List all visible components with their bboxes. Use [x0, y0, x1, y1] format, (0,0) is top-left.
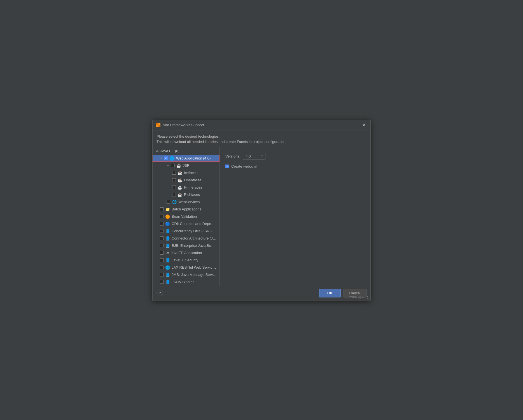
webservices-label: WebServices [178, 200, 200, 204]
checkbox-openfaces[interactable] [172, 178, 176, 182]
title-bar: Add Frameworks Support ✕ [153, 120, 370, 130]
jax-icon: 🌐 [165, 265, 170, 270]
web-application-label: Web Application (4.0) [176, 156, 211, 160]
javaee-security-label: JavaEE Security [172, 258, 198, 262]
checkbox-web-application[interactable]: ✓ [164, 156, 168, 160]
openfaces-icon: ☕ [178, 178, 182, 182]
checkbox-batch-applications[interactable] [160, 207, 164, 211]
tree-item-ejb[interactable]: 📘 EJB: Enterprise Java Bean… [153, 242, 220, 249]
cdi-label: CDI: Contexts and Depen… [172, 222, 217, 226]
tree-item-richfaces[interactable]: ☕ Richfaces [153, 191, 220, 198]
checkbox-cdi[interactable] [160, 222, 164, 226]
json-label: JSON Binding [172, 280, 195, 284]
group-icon: 🗂 [155, 149, 159, 153]
web-application-icon: 🌐 [170, 156, 174, 161]
svg-rect-0 [157, 123, 158, 125]
jsf-label: JSF [183, 163, 189, 168]
group-label: Java EE (8) [160, 149, 179, 153]
tree-item-cdi[interactable]: 🔵 CDI: Contexts and Depen… [153, 220, 220, 227]
checkbox-json-binding[interactable] [160, 280, 164, 284]
tree-item-batch-applications[interactable]: 📁 Batch Applications [153, 206, 220, 213]
checkbox-javaee-security[interactable] [160, 258, 164, 262]
richfaces-icon: ☕ [178, 193, 182, 197]
connector-icon: 📘 [165, 236, 170, 241]
checkbox-webservices[interactable] [167, 200, 170, 204]
checkbox-connector-architecture[interactable] [160, 236, 164, 240]
primefaces-label: Primefaces [184, 185, 202, 189]
ejb-label: EJB: Enterprise Java Bean… [172, 243, 217, 248]
primefaces-icon: ☕ [178, 185, 182, 190]
checkbox-jax-restful[interactable] [160, 266, 164, 269]
help-button[interactable]: ? [157, 290, 163, 296]
batch-icon: 📁 [165, 207, 170, 212]
checkbox-jms[interactable] [160, 273, 164, 276]
javaee-app-label: JavaEE Application [171, 251, 202, 255]
add-frameworks-dialog: Add Frameworks Support ✕ Please select t… [152, 120, 371, 301]
footer: ? OK Cancel [153, 286, 370, 300]
javaee-security-icon: 📘 [165, 258, 170, 262]
batch-label: Batch Applications [172, 207, 201, 211]
left-panel[interactable]: 🗂 Java EE (8) ▼ ✓ 🌐 Web Application (4.0… [153, 147, 220, 286]
tree-item-jsf[interactable]: ▼ ☕ JSF [153, 162, 220, 169]
dialog-title: Add Frameworks Support [163, 123, 204, 127]
right-panel: Versions: 3.0 3.1 4.0 ✓ Create web.xml [220, 147, 370, 286]
tree-item-icefaces[interactable]: ☕ Icefaces [153, 169, 220, 177]
versions-select[interactable]: 3.0 3.1 4.0 [243, 153, 265, 160]
tree-item-jms[interactable]: 📘 JMS: Java Message Servic… [153, 271, 220, 278]
ejb-icon: 📘 [165, 243, 170, 248]
checkbox-javaee-application[interactable] [160, 251, 164, 255]
jms-label: JMS: Java Message Servic… [172, 273, 217, 277]
group-header-javaee[interactable]: 🗂 Java EE (8) [153, 147, 220, 155]
tree-item-connector-architecture[interactable]: 📘 Connector Architecture (J… [153, 235, 220, 242]
create-xml-row: ✓ Create web.xml [225, 164, 365, 168]
connector-label: Connector Architecture (J… [172, 236, 216, 240]
javaee-app-icon: 🗂 [165, 251, 169, 255]
tree-item-javaee-application[interactable]: 🗂 JavaEE Application [153, 249, 220, 257]
tree-item-javaee-security[interactable]: 📘 JavaEE Security [153, 257, 220, 264]
tree-item-concurrency-utils[interactable]: 📘 Concurrency Utils (JSR 23… [153, 227, 220, 235]
icefaces-label: Icefaces [184, 171, 197, 175]
icefaces-icon: ☕ [178, 171, 182, 175]
jms-icon: 📘 [165, 273, 170, 277]
checkbox-richfaces[interactable] [172, 193, 176, 196]
versions-label: Versions: [225, 154, 240, 158]
chevron-icon: ▼ [160, 157, 163, 160]
title-bar-left: Add Frameworks Support [156, 123, 204, 127]
ok-button[interactable]: OK [319, 289, 341, 297]
create-xml-checkbox[interactable]: ✓ [225, 165, 229, 168]
checkbox-ejb[interactable] [160, 244, 164, 247]
svg-rect-1 [158, 123, 160, 125]
create-xml-label: Create web.xml [231, 164, 256, 168]
tree-item-bean-validation[interactable]: 🟠 Bean Validation [153, 213, 220, 220]
svg-rect-3 [158, 125, 160, 127]
jax-label: JAX RESTful Web Services… [172, 265, 217, 269]
description-line2: This will download all needed libraries … [157, 139, 366, 145]
description-line1: Please select the desired technologies. [157, 134, 366, 139]
checkbox-jsf[interactable] [171, 164, 175, 167]
concurrency-label: Concurrency Utils (JSR 23… [172, 229, 217, 233]
tree-item-web-application[interactable]: ▼ ✓ 🌐 Web Application (4.0) [153, 155, 220, 162]
tree-item-jax-restful[interactable]: 🌐 JAX RESTful Web Services… [153, 264, 220, 271]
versions-select-wrapper[interactable]: 3.0 3.1 4.0 [243, 153, 265, 160]
tree-item-openfaces[interactable]: ☕ Openfaces [153, 177, 220, 184]
close-button[interactable]: ✕ [361, 122, 367, 128]
checkbox-concurrency-utils[interactable] [160, 229, 164, 233]
description: Please select the desired technologies. … [153, 130, 370, 147]
bean-icon: 🟠 [165, 214, 170, 219]
watermark: CSDN @xin飞 [349, 295, 368, 299]
tree-item-webservices[interactable]: 🌐 WebServices [153, 198, 220, 206]
richfaces-label: Richfaces [184, 193, 200, 197]
main-content: 🗂 Java EE (8) ▼ ✓ 🌐 Web Application (4.0… [153, 147, 370, 286]
jsf-icon: ☕ [176, 163, 181, 168]
webservices-icon: 🌐 [172, 200, 177, 204]
svg-rect-2 [157, 125, 158, 127]
checkbox-primefaces[interactable] [172, 186, 176, 189]
tree-item-json-binding[interactable]: 📘 JSON Binding [153, 278, 220, 286]
concurrency-icon: 📘 [165, 229, 170, 233]
tree-item-primefaces[interactable]: ☕ Primefaces [153, 184, 220, 191]
bean-label: Bean Validation [172, 214, 197, 219]
versions-row: Versions: 3.0 3.1 4.0 [225, 153, 365, 160]
checkbox-bean-validation[interactable] [160, 215, 164, 218]
checkbox-icefaces[interactable] [172, 171, 176, 175]
cdi-icon: 🔵 [165, 222, 170, 226]
